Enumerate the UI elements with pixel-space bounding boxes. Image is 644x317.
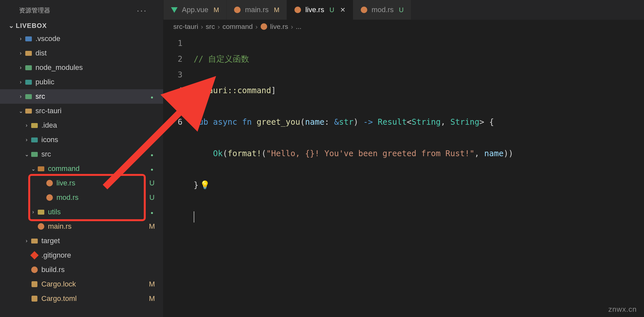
explorer-header: 资源管理器 ··· [0,0,163,20]
chevron-right-icon: › [23,238,30,244]
tree-item-node_modules[interactable]: ›node_modules [0,60,163,75]
tab-status: M [274,6,280,14]
git-status [147,92,157,101]
explorer-sidebar: 资源管理器 ··· ⌄ LIVEBOX ›.vscode›dist›node_m… [0,0,163,317]
code-content[interactable]: // 自定义函数 #[tauri::command] pub async fn … [194,35,644,317]
line-number: 5 [163,98,182,114]
git-status: M [147,222,157,231]
tree-item-target[interactable]: ›target [0,234,163,248]
tree-item-live-rs[interactable]: live.rsU [0,176,163,190]
line-number: 4 [163,83,182,98]
rust-icon [45,193,54,202]
breadcrumb-part[interactable]: src-tauri [173,23,198,31]
breadcrumb-file[interactable]: live.rs [270,23,288,31]
tree-item-dist[interactable]: ›dist [0,46,163,60]
tree-item-label: .idea [41,121,147,130]
folder-icon [30,237,39,245]
tree-item-label: node_modules [35,63,147,72]
breadcrumb-part[interactable]: command [223,23,253,31]
tree-item-label: src [41,150,147,158]
tab-label: live.rs [305,6,324,14]
breadcrumb[interactable]: src-tauri › src › command › live.rs › ..… [163,20,644,33]
tree-item-utils[interactable]: ›utils [0,205,163,219]
chevron-right-icon: › [201,23,203,31]
chevron-down-icon: ⌄ [23,151,30,158]
chevron-right-icon: › [23,137,30,143]
tree-item-label: .gitignore [41,251,147,260]
tree-item-label: dist [35,49,147,57]
chevron-right-icon: › [17,79,24,85]
chevron-down-icon: ⌄ [9,22,16,30]
rust-icon [294,6,301,13]
tree-item-Cargo-toml[interactable]: Cargo.tomlM [0,291,163,306]
tree-item-label: public [35,78,147,86]
tab-live-rs[interactable]: live.rsU✕ [287,0,353,20]
chevron-right-icon: › [17,36,24,42]
tab-App-vue[interactable]: App.vueM [163,0,226,20]
tree-item--gitignore[interactable]: .gitignore [0,248,163,263]
chevron-down-icon: ⌄ [17,108,24,114]
git-status [147,208,157,216]
line-number: 2 [163,51,182,67]
git-status: M [147,294,157,303]
tree-item-label: Cargo.lock [41,280,147,288]
text-cursor [194,211,194,222]
tab-main-rs[interactable]: main.rsM [226,0,287,20]
chevron-right-icon: › [255,23,258,31]
tree-item-public[interactable]: ›public [0,75,163,89]
cargo-icon [30,280,39,288]
lightbulb-icon[interactable]: 💡 [200,177,210,193]
folder-icon [24,78,33,86]
more-icon[interactable]: ··· [137,6,157,15]
folder-icon [37,208,45,216]
tree-item-label: src-tauri [35,107,147,115]
tree-item-build-rs[interactable]: build.rs [0,263,163,277]
tree-item-label: utils [48,208,147,216]
tab-status: U [330,6,334,14]
project-name: LIVEBOX [16,22,47,30]
tree-item-icons[interactable]: ›icons [0,133,163,147]
tree-item-label: icons [41,136,147,144]
tree-item-label: mod.rs [56,193,147,202]
rust-icon [30,265,39,274]
close-icon[interactable]: ✕ [340,6,346,14]
line-gutter: 123456 [163,35,194,317]
chevron-right-icon: › [218,23,220,31]
tab-status: M [214,6,219,14]
breadcrumb-part[interactable]: src [206,23,215,31]
tree-item-label: Cargo.toml [41,294,147,303]
tree-item-src[interactable]: ⌄src [0,147,163,161]
tree-item--idea[interactable]: ›.idea [0,118,163,133]
tree-item-command[interactable]: ⌄command [0,161,163,176]
folder-icon [30,150,39,158]
tree-item-label: target [41,237,147,245]
project-root[interactable]: ⌄ LIVEBOX [0,20,163,32]
tab-label: mod.rs [372,6,394,14]
tree-item-src-tauri[interactable]: ⌄src-tauri [0,104,163,118]
tab-bar: App.vueMmain.rsMlive.rsU✕mod.rsU [163,0,644,20]
folder-icon [37,164,45,173]
tree-item-label: build.rs [41,265,147,274]
git-status [147,150,157,158]
chevron-right-icon: › [17,94,24,99]
git-status: M [147,280,157,288]
editor-area: App.vueMmain.rsMlive.rsU✕mod.rsU src-tau… [163,0,644,317]
breadcrumb-tail[interactable]: ... [296,23,302,31]
tab-mod-rs[interactable]: mod.rsU [353,0,411,20]
chevron-right-icon: › [30,209,37,215]
file-tree: ›.vscode›dist›node_modules›public›src⌄sr… [0,32,163,317]
code-editor[interactable]: 123456 // 自定义函数 #[tauri::command] pub as… [163,33,644,317]
git-status: U [147,179,157,187]
tree-item-src[interactable]: ›src [0,89,163,104]
folder-icon [24,92,33,101]
tree-item-main-rs[interactable]: main.rsM [0,219,163,234]
tree-item--vscode[interactable]: ›.vscode [0,32,163,46]
chevron-down-icon: ⌄ [30,166,37,172]
tree-item-label: command [48,164,147,173]
chevron-right-icon: › [17,50,24,56]
folder-icon [24,63,33,72]
rust-icon [45,179,54,187]
tree-item-Cargo-lock[interactable]: Cargo.lockM [0,277,163,291]
tree-item-mod-rs[interactable]: mod.rsU [0,190,163,205]
cargo-icon [30,294,39,303]
